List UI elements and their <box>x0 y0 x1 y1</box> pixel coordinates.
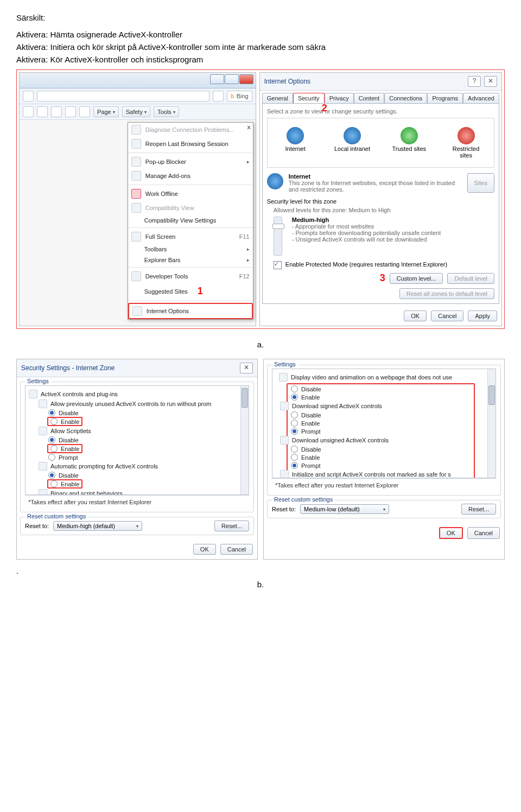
tab-content[interactable]: Content <box>354 93 385 103</box>
radio-prompt[interactable] <box>48 454 55 461</box>
radio-disable[interactable] <box>48 472 55 479</box>
ok-button[interactable]: OK <box>439 527 463 539</box>
settings-group-label: Settings <box>25 378 51 384</box>
mail-icon[interactable] <box>65 106 76 117</box>
zone-internet[interactable]: Internet <box>276 127 314 158</box>
tree-scrollbar[interactable] <box>487 369 495 478</box>
tab-general[interactable]: General <box>262 93 293 103</box>
cancel-button[interactable]: Cancel <box>467 527 500 539</box>
zone-trusted[interactable]: Trusted sites <box>390 127 428 158</box>
custom-level-button[interactable]: Custom level... <box>390 273 443 284</box>
security-slider[interactable] <box>274 217 282 256</box>
mi-devtools[interactable]: Developer ToolsF12 <box>128 269 253 283</box>
item-icon <box>280 470 289 478</box>
sites-button[interactable]: Sites <box>467 173 494 193</box>
reset-combo[interactable]: Medium-low (default)▾ <box>300 504 389 514</box>
mi-offline[interactable]: Work Offline <box>128 187 253 201</box>
allowed-levels: Allowed levels for this zone: Medium to … <box>274 207 494 213</box>
tab-security[interactable]: Security <box>293 93 325 103</box>
zone-intranet[interactable]: Local intranet <box>333 127 371 158</box>
favorites-icon[interactable] <box>23 106 34 117</box>
mi-addons[interactable]: Manage Add-ons <box>128 169 253 183</box>
offline-icon <box>131 189 141 199</box>
tab-privacy[interactable]: Privacy <box>325 93 354 103</box>
settings-tree[interactable]: ActiveX controls and plug-ins Allow prev… <box>25 385 249 495</box>
item-icon <box>280 402 289 410</box>
radio-disable[interactable] <box>291 446 298 453</box>
reset-button[interactable]: Reset... <box>461 504 496 515</box>
cancel-button[interactable]: Cancel <box>431 310 463 321</box>
instruction-2: Aktivera: Initiera och kör skript på Act… <box>16 42 505 52</box>
protected-mode-checkbox[interactable] <box>274 261 282 269</box>
safety-menu[interactable]: Safety▾ <box>122 106 150 117</box>
ok-button[interactable]: OK <box>404 310 427 321</box>
min-button[interactable] <box>210 74 224 84</box>
heading-sarskilt: Särskilt: <box>16 13 505 22</box>
feeds-icon[interactable] <box>51 106 62 117</box>
address-bar[interactable] <box>37 91 209 101</box>
instruction-1: Aktivera: Hämta osignerade ActiveX-kontr… <box>16 30 505 39</box>
default-level-button[interactable]: Default level <box>447 273 494 284</box>
tab-connections[interactable]: Connections <box>384 93 427 103</box>
dialog-close-button[interactable]: ✕ <box>240 363 253 373</box>
apply-button[interactable]: Apply <box>468 310 497 321</box>
tools-menu[interactable]: Tools▾ <box>154 106 179 117</box>
radio-enable[interactable] <box>291 420 298 427</box>
radio-prompt[interactable] <box>291 428 298 435</box>
mi-popup[interactable]: Pop-up Blocker▸ <box>128 155 253 169</box>
addons-icon <box>131 171 141 181</box>
help-button[interactable]: ? <box>468 76 481 87</box>
search-box[interactable]: bBing <box>227 91 252 101</box>
dialog-close-button[interactable]: ✕ <box>484 76 497 87</box>
page-menu[interactable]: Page▾ <box>93 106 119 117</box>
tree-scrollbar[interactable] <box>240 386 249 494</box>
radio-enable[interactable] <box>50 445 58 452</box>
settings-tree[interactable]: Display video and animation on a webpage… <box>272 369 496 478</box>
radio-disable[interactable] <box>291 385 298 392</box>
ie-window-left: bBing Page▾ Safety▾ Tools▾ x Diagnose Co… <box>19 72 256 326</box>
menu-close-x[interactable]: x <box>247 124 251 130</box>
reset-button[interactable]: Reset... <box>214 521 249 531</box>
radio-enable[interactable] <box>50 418 58 425</box>
close-button[interactable] <box>239 74 253 84</box>
mi-reopen[interactable]: Reopen Last Browsing Session <box>128 137 253 151</box>
radio-prompt[interactable] <box>291 462 298 469</box>
reset-zones-button[interactable]: Reset all zones to default level <box>399 288 494 299</box>
mi-compat[interactable]: Compatibility View <box>128 201 253 215</box>
reset-to-label: Reset to: <box>25 523 49 529</box>
mi-toolbars[interactable]: Toolbars▸ <box>128 244 253 255</box>
home-icon[interactable] <box>37 106 48 117</box>
security-settings-right: Settings Display video and animation on … <box>263 359 505 560</box>
refresh-button[interactable] <box>213 91 224 101</box>
level-desc-1: - Appropriate for most websites <box>292 223 441 230</box>
settings-group-label: Settings <box>272 361 298 367</box>
reset-group-label: Reset custom settings <box>272 496 335 503</box>
zone-restricted[interactable]: Restricted sites <box>447 127 485 158</box>
mi-internet-options[interactable]: Internet Options <box>128 303 253 319</box>
radio-enable[interactable] <box>291 454 298 461</box>
mi-fullscreen[interactable]: Full ScreenF11 <box>128 230 253 244</box>
mi-compat-settings[interactable]: Compatibility View Settings <box>128 215 253 226</box>
security-settings-left: Security Settings - Internet Zone ✕ Sett… <box>16 359 258 560</box>
mi-suggested[interactable]: Suggested Sites 1 <box>128 283 253 299</box>
marker-1: 1 <box>198 286 203 297</box>
ok-button[interactable]: OK <box>193 544 216 555</box>
window-titlebar <box>20 73 256 88</box>
mi-explorerbars[interactable]: Explorer Bars▸ <box>128 255 253 265</box>
screenshot-pair-1: bBing Page▾ Safety▾ Tools▾ x Diagnose Co… <box>16 69 505 329</box>
radio-disable[interactable] <box>48 409 55 416</box>
radio-disable[interactable] <box>48 436 55 443</box>
tab-advanced[interactable]: Advanced <box>463 93 499 103</box>
tab-programs[interactable]: Programs <box>427 93 463 103</box>
radio-enable[interactable] <box>291 394 298 401</box>
print-icon[interactable] <box>79 106 90 117</box>
max-button[interactable] <box>225 74 239 84</box>
intranet-icon <box>344 127 361 144</box>
cancel-button[interactable]: Cancel <box>220 544 253 555</box>
mi-diagnose[interactable]: Diagnose Connection Problems... <box>128 123 253 137</box>
radio-disable[interactable] <box>291 411 298 418</box>
devtools-icon <box>131 271 141 281</box>
reset-combo[interactable]: Medium-high (default)▾ <box>53 521 142 531</box>
back-button[interactable] <box>23 91 34 101</box>
radio-enable[interactable] <box>50 480 58 487</box>
